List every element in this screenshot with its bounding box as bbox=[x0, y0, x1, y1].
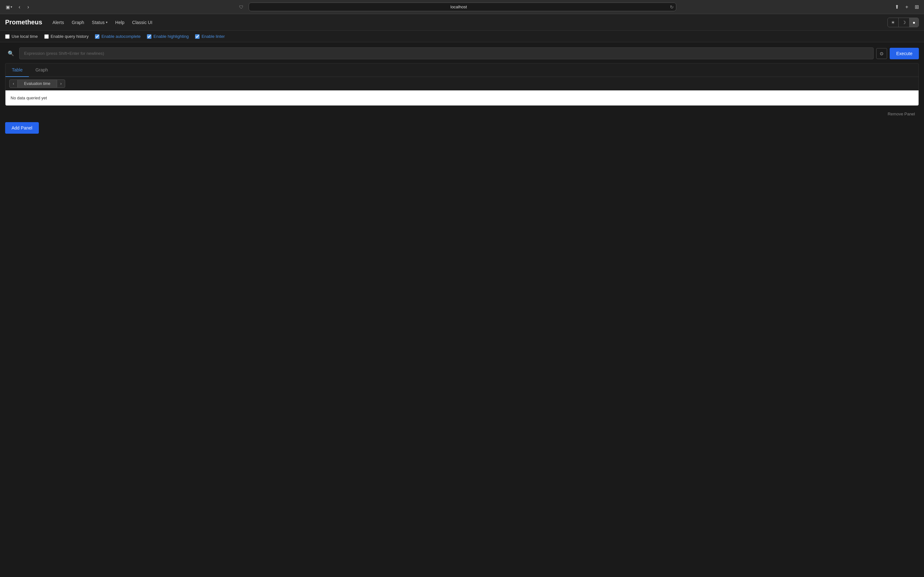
nav-status-label: Status bbox=[92, 20, 105, 25]
nav-graph-link[interactable]: Graph bbox=[71, 19, 84, 26]
enable-autocomplete-input[interactable] bbox=[95, 34, 99, 39]
forward-button[interactable]: › bbox=[25, 3, 31, 11]
remove-panel-button[interactable]: Remove Panel bbox=[885, 110, 918, 118]
browser-controls: ▣ ▾ ‹ › bbox=[4, 3, 32, 11]
reload-button[interactable]: ↻ bbox=[670, 5, 674, 10]
use-local-time-input[interactable] bbox=[5, 34, 10, 39]
main-content: 🔍 ⊙ Execute Table Graph ‹ Evaluation tim… bbox=[0, 42, 924, 139]
use-local-time-checkbox[interactable]: Use local time bbox=[5, 34, 38, 39]
panel: Table Graph ‹ Evaluation time › No data … bbox=[5, 63, 919, 106]
enable-highlighting-input[interactable] bbox=[147, 34, 152, 39]
use-local-time-label: Use local time bbox=[11, 34, 38, 39]
query-bar: 🔍 ⊙ Execute bbox=[5, 47, 919, 59]
enable-linter-label: Enable linter bbox=[202, 34, 225, 39]
enable-highlighting-label: Enable highlighting bbox=[153, 34, 189, 39]
no-data-message: No data queried yet bbox=[5, 90, 919, 105]
eval-time-label: Evaluation time bbox=[18, 79, 57, 88]
expression-input[interactable] bbox=[19, 47, 874, 59]
enable-linter-input[interactable] bbox=[195, 34, 200, 39]
eval-time-next-button[interactable]: › bbox=[57, 79, 65, 88]
app-title: Prometheus bbox=[5, 19, 42, 26]
eval-time-prev-button[interactable]: ‹ bbox=[9, 79, 18, 88]
sidebar-icon: ▣ bbox=[6, 5, 10, 10]
chevron-down-icon: ▾ bbox=[11, 5, 12, 9]
eval-time-row: ‹ Evaluation time › bbox=[5, 77, 919, 90]
nav-help-link[interactable]: Help bbox=[115, 19, 124, 26]
search-icon: 🔍 bbox=[8, 50, 14, 56]
metrics-icon: ⊙ bbox=[880, 51, 884, 56]
enable-autocomplete-label: Enable autocomplete bbox=[102, 34, 141, 39]
metrics-explorer-button[interactable]: ⊙ bbox=[876, 48, 887, 59]
theme-moon-button[interactable]: ☽ bbox=[899, 18, 909, 27]
share-button[interactable]: ⬆ bbox=[893, 3, 900, 11]
nav-alerts-link[interactable]: Alerts bbox=[53, 19, 64, 26]
address-bar-wrapper: 🛡 ↻ bbox=[249, 3, 676, 11]
enable-query-history-label: Enable query history bbox=[51, 34, 89, 39]
app-navbar: Prometheus Alerts Graph Status ▾ Help Cl… bbox=[0, 14, 924, 31]
theme-buttons: ☀ ☽ ● bbox=[887, 18, 919, 27]
enable-query-history-checkbox[interactable]: Enable query history bbox=[44, 34, 89, 39]
theme-sun-button[interactable]: ☀ bbox=[888, 18, 899, 27]
nav-classic-ui-link[interactable]: Classic UI bbox=[132, 19, 152, 26]
nav-status-dropdown[interactable]: Status ▾ bbox=[92, 20, 107, 25]
add-panel-button[interactable]: Add Panel bbox=[5, 122, 39, 134]
shield-icon: 🛡 bbox=[239, 5, 244, 10]
address-bar-input[interactable] bbox=[249, 3, 676, 11]
browser-chrome: ▣ ▾ ‹ › 🛡 ↻ ⬆ + ⊞ bbox=[0, 0, 924, 14]
address-bar-container: 🛡 ↻ bbox=[35, 3, 890, 11]
remove-panel-row: Remove Panel bbox=[5, 108, 919, 119]
browser-actions: ⬆ + ⊞ bbox=[893, 3, 920, 11]
search-icon-button[interactable]: 🔍 bbox=[5, 48, 17, 59]
back-button[interactable]: ‹ bbox=[16, 3, 23, 11]
execute-button[interactable]: Execute bbox=[890, 48, 919, 59]
theme-dark-button[interactable]: ● bbox=[909, 18, 919, 27]
sidebar-toggle-button[interactable]: ▣ ▾ bbox=[4, 3, 14, 11]
enable-linter-checkbox[interactable]: Enable linter bbox=[195, 34, 225, 39]
settings-bar: Use local time Enable query history Enab… bbox=[0, 31, 924, 42]
status-chevron-icon: ▾ bbox=[106, 21, 107, 24]
tab-overview-button[interactable]: ⊞ bbox=[913, 3, 920, 11]
panel-tabs: Table Graph bbox=[5, 63, 919, 77]
enable-autocomplete-checkbox[interactable]: Enable autocomplete bbox=[95, 34, 141, 39]
enable-highlighting-checkbox[interactable]: Enable highlighting bbox=[147, 34, 189, 39]
new-tab-button[interactable]: + bbox=[904, 3, 909, 11]
enable-query-history-input[interactable] bbox=[44, 34, 49, 39]
tab-graph[interactable]: Graph bbox=[29, 63, 54, 77]
tab-table[interactable]: Table bbox=[5, 63, 29, 77]
